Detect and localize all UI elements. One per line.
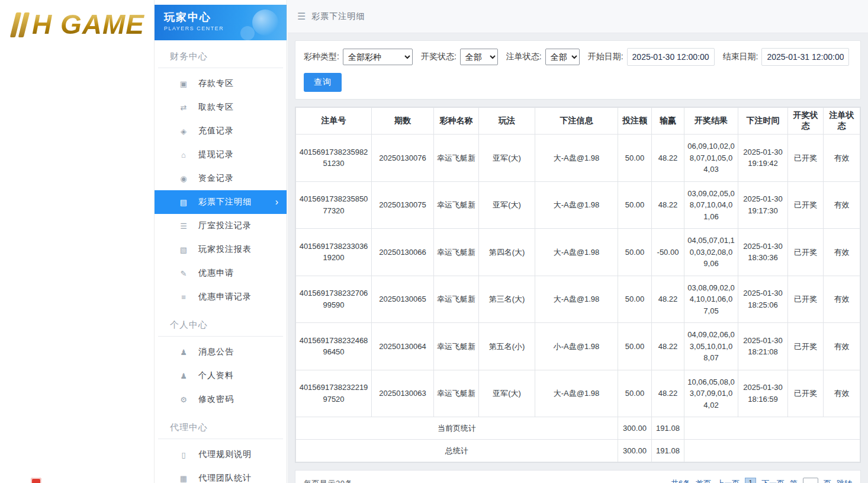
table-cell: 第三名(大) <box>479 276 535 323</box>
end-date-input[interactable] <box>761 48 849 66</box>
column-header: 开奖结果 <box>684 108 738 135</box>
table-cell: 10,06,05,08,03,07,09,01,04,02 <box>684 370 738 417</box>
table-cell: 03,08,09,02,04,10,01,06,07,05 <box>684 276 738 323</box>
lottery-type-select[interactable]: 全部彩种 <box>343 49 413 65</box>
sidebar-item-change-password[interactable]: ⚙修改密码 <box>155 388 287 411</box>
column-header: 输赢 <box>652 108 684 135</box>
table-cell: -50.00 <box>652 229 684 276</box>
table-cell: 48.22 <box>652 276 684 323</box>
prev-page-link[interactable]: 上一页 <box>716 478 740 483</box>
table-cell: 401569173823246896450 <box>296 323 372 370</box>
sidebar-item-message-notice[interactable]: ♟消息公告 <box>155 340 287 364</box>
table-cell: 2025-01-30 19:17:30 <box>738 181 788 229</box>
filter-row: 彩种类型: 全部彩种 开奖状态: 全部 注单状态: 全部 开始日期: 结束日期: <box>304 48 852 66</box>
column-header: 彩种名称 <box>434 108 479 135</box>
team-stats-icon: ▦ <box>178 474 189 483</box>
stats-empty <box>684 440 860 462</box>
table-cell: 幸运飞艇新 <box>434 181 479 229</box>
sidebar-item-recharge-record[interactable]: ◈充值记录 <box>155 119 287 143</box>
table-cell: 第五名(小) <box>479 323 535 370</box>
table-cell: 03,09,02,05,08,07,10,04,01,06 <box>684 181 738 229</box>
logo-text: H GAME <box>32 8 144 40</box>
sidebar-item-withdraw-zone[interactable]: ⇄取款专区 <box>155 95 287 119</box>
promo-apply-icon: ✎ <box>178 269 189 278</box>
page-jump-input[interactable] <box>803 478 818 483</box>
sidebar-header: 玩家中心 PLAYERS CENTER <box>155 5 287 40</box>
sidebar-item-deposit-zone[interactable]: ▣存款专区 <box>155 72 287 95</box>
sidebar: 玩家中心 PLAYERS CENTER 财务中心▣存款专区⇄取款专区◈充值记录⌂… <box>154 0 287 483</box>
table-cell: 大-A盘@1.98 <box>535 276 618 323</box>
breadcrumb: 彩票下注明细 <box>311 11 365 22</box>
table-cell: 48.22 <box>652 370 684 417</box>
sidebar-item-personal-profile[interactable]: ♟个人资料 <box>155 364 287 388</box>
order-status-select[interactable]: 全部 <box>545 49 580 65</box>
sidebar-item-promo-apply[interactable]: ✎优惠申请 <box>155 261 287 285</box>
sidebar-item-label: 代理团队统计 <box>198 473 252 483</box>
table-cell: 有效 <box>824 370 860 417</box>
sidebar-section: 个人中心♟消息公告♟个人资料⚙修改密码 <box>155 309 287 411</box>
sidebar-item-hall-bet-record[interactable]: ☰厅室投注记录 <box>155 214 287 238</box>
hall-bet-icon: ☰ <box>178 222 189 231</box>
stats-label: 总统计 <box>296 440 618 462</box>
withdraw-icon: ⇄ <box>178 103 189 112</box>
draw-status-select[interactable]: 全部 <box>460 49 498 65</box>
current-page-indicator[interactable]: 1 <box>745 478 756 483</box>
first-page-link[interactable]: 首页 <box>696 478 711 483</box>
table-cell: 有效 <box>824 229 860 276</box>
jump-link[interactable]: 跳转 <box>837 478 852 483</box>
table-body: 40156917382359825123020250130076幸运飞艇新亚军(… <box>296 135 860 462</box>
table-cell: 401569173823270699590 <box>296 276 372 323</box>
next-page-link[interactable]: 下一页 <box>761 478 785 483</box>
table-row: 40156917382330361920020250130066幸运飞艇新第四名… <box>296 229 860 276</box>
sidebar-item-funds-record[interactable]: ◉资金记录 <box>155 167 287 190</box>
table-cell: 已开奖 <box>788 370 824 417</box>
sidebar-item-agent-team[interactable]: ▦代理团队统计 <box>155 466 287 483</box>
end-date-label: 结束日期: <box>723 52 758 62</box>
table-cell: 20250130076 <box>372 135 434 182</box>
table-cell: 20250130064 <box>372 323 434 370</box>
page-stats-row: 当前页统计300.00191.08 <box>296 417 860 440</box>
sidebar-item-lottery-bet-detail[interactable]: ▤彩票下注明细› <box>155 190 287 214</box>
table-cell: 401569173823598251230 <box>296 135 372 182</box>
bet-report-icon: ▧ <box>178 245 189 254</box>
table-cell: 已开奖 <box>788 181 824 229</box>
table-cell: 有效 <box>824 276 860 323</box>
page-prefix-label: 第 <box>790 478 798 483</box>
chevron-right-icon: › <box>275 197 278 207</box>
funds-record-icon: ◉ <box>178 174 189 183</box>
table-cell: 小-A盘@1.98 <box>535 323 618 370</box>
person-icon: ♟ <box>178 372 189 380</box>
table-cell: 幸运飞艇新 <box>434 276 479 323</box>
start-date-input[interactable] <box>627 48 715 66</box>
table-header-row: 注单号期数彩种名称玩法下注信息投注额输赢开奖结果下注时间开奖状态注单状态 <box>296 108 860 135</box>
sidebar-item-label: 修改密码 <box>198 394 234 405</box>
table-cell: 亚军(大) <box>479 181 535 229</box>
sidebar-item-agent-rules[interactable]: ▯代理规则说明 <box>155 443 287 466</box>
stats-label: 当前页统计 <box>296 417 618 440</box>
sidebar-item-promo-apply-record[interactable]: ≡优惠申请记录 <box>155 285 287 309</box>
pager-controls: 共6条 首页 上一页 1 下一页 第 页 跳转 <box>671 478 852 483</box>
sidebar-item-label: 厅室投注记录 <box>198 220 252 231</box>
table-cell: 已开奖 <box>788 323 824 370</box>
table-cell: 幸运飞艇新 <box>434 229 479 276</box>
logo-bars-icon <box>11 11 31 37</box>
gear-icon: ⚙ <box>178 395 189 404</box>
pagination-bar: 每页显示20条 共6条 首页 上一页 1 下一页 第 页 跳转 <box>295 470 861 483</box>
sidebar-item-label: 充值记录 <box>198 126 234 136</box>
table-cell: 2025-01-30 19:19:42 <box>738 135 788 182</box>
sidebar-item-label: 存款专区 <box>198 78 234 89</box>
query-button[interactable]: 查询 <box>304 73 342 92</box>
column-header: 投注额 <box>618 108 652 135</box>
deposit-icon: ▣ <box>178 79 189 88</box>
sidebar-item-cashout-record[interactable]: ⌂提现记录 <box>155 143 287 167</box>
table-cell: 有效 <box>824 323 860 370</box>
table-cell: 06,09,10,02,08,07,01,05,04,03 <box>684 135 738 182</box>
table-cell: 2025-01-30 18:30:36 <box>738 229 788 276</box>
sidebar-item-player-bet-report[interactable]: ▧玩家投注报表 <box>155 238 287 261</box>
table-cell: 已开奖 <box>788 135 824 182</box>
customer-service-icon[interactable] <box>31 478 41 483</box>
menu-toggle-icon[interactable]: ☰ <box>297 11 306 22</box>
sidebar-sections: 财务中心▣存款专区⇄取款专区◈充值记录⌂提现记录◉资金记录▤彩票下注明细›☰厅室… <box>155 40 287 483</box>
column-header: 注单号 <box>296 108 372 135</box>
table-cell: 401569173823585077320 <box>296 181 372 229</box>
